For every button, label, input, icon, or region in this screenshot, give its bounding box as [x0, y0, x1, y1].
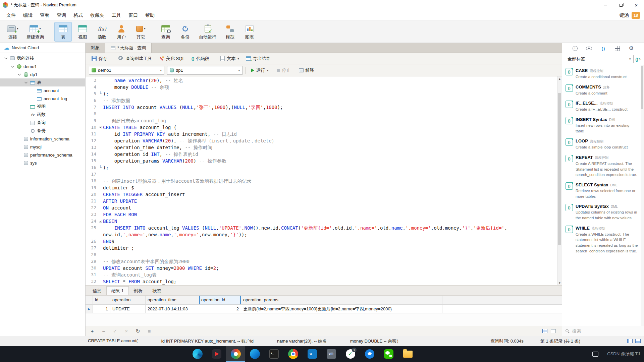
tree-item-information-schema[interactable]: information_schema — [0, 135, 85, 143]
grid-pane-button[interactable] — [613, 45, 621, 52]
dock-bottom-icon[interactable] — [635, 339, 641, 343]
toolbar-table-button[interactable]: 表 — [54, 22, 72, 42]
text-mode-button[interactable]: 文本 ▾ — [218, 54, 242, 63]
result-tab-result-1[interactable]: 结果 1 — [106, 286, 129, 295]
snippet-pane-button[interactable] — [599, 45, 607, 52]
settings-button[interactable] — [628, 45, 635, 52]
app-browser-spiral[interactable] — [188, 346, 207, 362]
snippet-item[interactable]: ()REPEAT流程控制Create A REPEAT construct. T… — [562, 153, 641, 180]
add-record-icon[interactable]: + — [90, 328, 95, 334]
restore-button[interactable] — [613, 0, 629, 10]
fold-collapse-icon[interactable] — [99, 126, 102, 129]
tree-item-queries[interactable]: 查询 — [0, 119, 85, 127]
toolbar-function-button[interactable]: 函数 — [93, 22, 111, 42]
tree-item-my-connections[interactable]: 我的连接 — [0, 54, 85, 62]
scrollbar-thumb[interactable] — [641, 66, 643, 109]
connection-select[interactable]: demo1 ▾ — [89, 66, 164, 75]
tag-filter-select[interactable]: 全部标签 ▾ — [565, 55, 634, 63]
column-header-operation[interactable]: operation — [110, 296, 146, 304]
app-vscode[interactable] — [303, 346, 322, 362]
app-file-explorer[interactable] — [398, 346, 417, 362]
tree-item-backups[interactable]: 备份 — [0, 127, 85, 135]
beautify-sql-button[interactable]: 美化 SQL — [156, 54, 187, 63]
snippet-item[interactable]: ()SELECT SyntaxDMLRetrieve rows selected… — [562, 180, 641, 201]
tree-item-tables[interactable]: 表 — [0, 78, 85, 86]
close-button[interactable]: × — [629, 0, 644, 10]
export-result-button[interactable]: 导出结果 — [243, 54, 273, 63]
toolbar-view-button[interactable]: 视图 — [74, 22, 91, 42]
table-row[interactable]: ▶1UPDATE2022-07-10 14:11:032更新前{id=2,nam… — [86, 305, 562, 313]
result-tab-profile[interactable]: 剖析 — [129, 286, 148, 295]
app-vmware[interactable] — [322, 346, 341, 362]
chevron-down-icon[interactable] — [23, 80, 28, 85]
info-button[interactable] — [571, 45, 579, 52]
navicat-cloud-item[interactable]: Navicat Cloud — [0, 43, 85, 53]
scroll-down-icon[interactable]: ▼ — [557, 281, 562, 285]
column-header-operation_id[interactable]: operation_id — [199, 296, 241, 304]
minimize-button[interactable] — [598, 0, 613, 10]
column-header-operation_params[interactable]: operation_params — [241, 296, 442, 304]
toolbar-connection-button[interactable]: ▾连接 — [4, 22, 21, 42]
app-wechat[interactable] — [379, 346, 398, 362]
snippet-item[interactable]: ()UPDATE SyntaxDMLUpdates columns of exi… — [562, 201, 641, 223]
result-tab-info[interactable]: 信息 — [88, 286, 106, 295]
eye-button[interactable] — [585, 45, 593, 52]
cell-operation[interactable]: UPDATE — [110, 305, 146, 313]
tab-objects[interactable]: 对象 — [86, 43, 105, 53]
menu-item-query[interactable]: 查询 — [53, 11, 70, 20]
refresh-snippets-button[interactable] — [636, 56, 641, 62]
menu-item-window[interactable]: 窗口 — [125, 11, 142, 20]
explain-button[interactable]: 解释 — [296, 66, 317, 74]
tree-item-mysql[interactable]: mysql — [0, 143, 85, 151]
snippet-search[interactable]: 搜索 — [562, 326, 644, 336]
tree-item-dp1[interactable]: dp1 — [0, 70, 85, 78]
menu-item-edit[interactable]: 编辑 — [19, 11, 36, 20]
scroll-up-icon[interactable]: ▲ — [557, 76, 562, 81]
cell-operation_id[interactable]: 2 — [199, 305, 241, 313]
menu-item-favorites[interactable]: 收藏夹 — [87, 11, 108, 20]
snippet-item[interactable]: ()COMMENTS注释Create a comment — [562, 82, 641, 99]
chevron-down-icon[interactable] — [17, 72, 21, 77]
tree-item-sys[interactable]: sys — [0, 159, 85, 167]
refresh-icon[interactable]: ↻ — [135, 328, 141, 334]
toolbar-user-button[interactable]: 用户 — [113, 22, 130, 42]
app-navicat[interactable] — [226, 346, 245, 362]
tree-item-functions[interactable]: 函数 — [0, 111, 85, 119]
tree-item-performance-schema[interactable]: performance_schema — [0, 151, 85, 159]
grid-view-icon[interactable] — [542, 329, 547, 333]
column-header-operation_time[interactable]: operation_time — [146, 296, 199, 304]
cell-operation_params[interactable]: 更新前{id=2,name=李四,money=1000}更新后{id=2,nam… — [241, 305, 442, 313]
dock-left-icon[interactable] — [627, 339, 633, 343]
delete-record-icon[interactable]: − — [101, 328, 106, 334]
app-messenger[interactable] — [360, 346, 379, 362]
cell-operation_time[interactable]: 2022-07-10 14:11:03 — [146, 305, 199, 313]
fold-collapse-icon[interactable] — [99, 220, 102, 223]
toolbar-query-button[interactable]: 查询 — [157, 22, 174, 42]
toolbar-new-query-button[interactable]: ▾新建查询 — [23, 22, 47, 42]
sql-editor[interactable]: 3 name varchar(20), -- 姓名4 money DOUBLE … — [86, 76, 557, 285]
tree-item-views[interactable]: 视图 — [0, 103, 85, 111]
tree-item-account[interactable]: account — [0, 86, 85, 95]
snippet-item[interactable]: ()INSERT SyntaxDMLInsert new rows into a… — [562, 115, 641, 136]
chevron-down-icon[interactable] — [10, 64, 15, 69]
apply-changes-icon[interactable]: ✓ — [112, 328, 118, 334]
toolbar-model-button[interactable]: 模型 — [221, 22, 239, 42]
discard-changes-icon[interactable]: × — [124, 328, 129, 334]
snippet-item[interactable]: ()CASE流程控制Create a conditional construct — [562, 66, 641, 82]
editor-scrollbar[interactable]: ▲ ▼ — [557, 76, 562, 285]
code-snippet-button[interactable]: 代码段 — [189, 54, 212, 63]
toolbar-others-button[interactable]: ▾其它 — [132, 22, 150, 42]
result-tab-status[interactable]: 状态 — [148, 286, 166, 295]
scrollbar-thumb[interactable] — [558, 93, 561, 245]
save-button[interactable]: 保存 — [89, 54, 110, 63]
toolbar-backup-button[interactable]: 备份 — [176, 22, 194, 42]
menu-item-help[interactable]: 帮助 — [142, 11, 158, 20]
tree-item-account-log[interactable]: account_log — [0, 95, 85, 103]
stop-button[interactable]: 停止 — [274, 66, 293, 74]
task-view-icon[interactable] — [592, 352, 598, 357]
snippet-item[interactable]: ()LOOP流程控制Create a simple loop construct — [562, 136, 641, 153]
menu-item-format[interactable]: 格式 — [70, 11, 87, 20]
tree-item-demo1[interactable]: demo1 — [0, 62, 85, 70]
run-button[interactable]: 运行 ▾ — [248, 66, 271, 74]
app-media-player[interactable] — [207, 346, 226, 362]
